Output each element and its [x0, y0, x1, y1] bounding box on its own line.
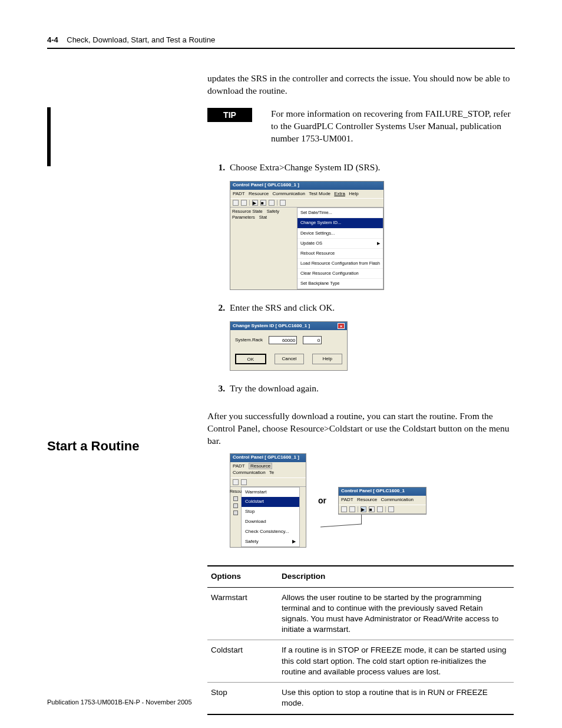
download-icon[interactable] — [233, 510, 238, 515]
publication-footer: Publication 1753-UM001B-EN-P - November … — [47, 699, 192, 706]
stop-icon[interactable]: ■ — [369, 506, 375, 512]
toolbar-icon[interactable] — [280, 200, 286, 206]
step-1-text: Choose Extra>Change System ID (SRS). — [230, 162, 380, 174]
menu-device-settings[interactable]: Device Settings... — [297, 229, 383, 239]
menu-coldstart[interactable]: Coldstart — [242, 497, 299, 507]
menu-resource[interactable]: Resource — [357, 497, 377, 502]
toolbar-icon[interactable] — [388, 506, 394, 512]
menu-help[interactable]: Help — [349, 191, 358, 196]
coldstart-button[interactable]: ▶ — [361, 506, 366, 512]
menu-communication[interactable]: Communication — [272, 191, 305, 196]
menu-reboot-resource[interactable]: Reboot Resource — [297, 249, 383, 259]
stop-icon[interactable]: ■ — [260, 200, 266, 206]
desc-coldstart: If a routine is in STOP or FREEZE mode, … — [278, 640, 514, 683]
screenshot-toolbar-coldstart: Control Panel [ GPLC1600_1 PADT Resource… — [338, 487, 427, 515]
play-icon[interactable] — [233, 496, 238, 501]
separator-icon — [358, 506, 358, 512]
tip-label: TIP — [207, 108, 252, 122]
menu-warmstart[interactable]: Warmstart — [242, 487, 299, 498]
menu-download[interactable]: Download — [242, 517, 299, 527]
toolbar-icon[interactable] — [269, 200, 275, 206]
tab-stat[interactable]: Stat — [259, 215, 267, 220]
chapter-title: Check, Download, Start, and Test a Routi… — [67, 35, 215, 44]
table-row: Coldstart If a routine is in STOP or FRE… — [207, 640, 514, 683]
menu-update-os[interactable]: Update OS▶ — [297, 239, 383, 249]
step-1: 1. Choose Extra>Change System ID (SRS). — [207, 162, 514, 174]
submenu-arrow-icon: ▶ — [292, 539, 296, 545]
toolbar-icon[interactable] — [377, 506, 383, 512]
change-bar — [47, 107, 51, 166]
titlebar: Change System ID [ GPLC1600_1 ] × — [230, 322, 347, 330]
help-button[interactable]: Help — [312, 354, 342, 364]
separator-icon — [277, 200, 277, 206]
step-3-number: 3. — [207, 383, 225, 395]
or-label: or — [318, 496, 326, 505]
table-row: Stop Use this option to stop a routine t… — [207, 683, 514, 714]
toolbar — [230, 477, 306, 487]
options-table: Options Description Warmstart Allows the… — [207, 565, 514, 714]
page-number: 4-4 — [47, 35, 58, 44]
menu-set-date-time[interactable]: Set Date/Time... — [297, 208, 383, 218]
running-header: 4-4 Check, Download, Start, and Test a R… — [47, 35, 515, 49]
toolbar-icon[interactable] — [241, 479, 247, 485]
desc-warmstart: Allows the user routine to be started by… — [278, 587, 514, 640]
stop-icon[interactable] — [233, 503, 238, 508]
separator-icon — [249, 200, 250, 206]
menu-padt[interactable]: PADT — [341, 497, 353, 502]
extra-dropdown: Set Date/Time... Change System ID... Dev… — [297, 207, 384, 289]
cancel-button[interactable]: Cancel — [275, 354, 305, 364]
menu-padt[interactable]: PADT — [233, 463, 245, 469]
tip-text: For more information on recovering from … — [271, 108, 514, 145]
left-label: Resou — [230, 489, 242, 494]
step-3: 3. Try the download again. — [207, 383, 514, 395]
section-heading: Start a Routine — [47, 440, 139, 453]
tip-block: TIP For more information on recovering f… — [207, 108, 514, 145]
opt-stop: Stop — [207, 683, 278, 714]
play-icon[interactable]: ▶ — [252, 200, 258, 206]
screenshot-change-system-id-dialog: Change System ID [ GPLC1600_1 ] × System… — [230, 321, 348, 371]
menu-resource[interactable]: Resource — [249, 463, 272, 469]
toolbar-icon[interactable] — [233, 479, 239, 485]
close-icon[interactable]: × — [338, 323, 345, 329]
menu-safety[interactable]: Safety▶ — [242, 537, 299, 547]
titlebar-text: Change System ID [ GPLC1600_1 ] — [233, 323, 310, 330]
ok-button[interactable]: OK — [235, 354, 266, 364]
step-2: 2. Enter the SRS and click OK. — [207, 302, 514, 314]
menu-communication[interactable]: Communication — [381, 497, 414, 502]
toolbar-icon[interactable] — [241, 200, 247, 206]
menu-set-backplane-type[interactable]: Set Backplane Type — [297, 279, 383, 289]
menu-change-system-id[interactable]: Change System ID... — [297, 218, 383, 228]
step-1-number: 1. — [207, 162, 225, 174]
titlebar: Control Panel [ GPLC1600_1 ] — [230, 182, 384, 190]
menu-test-mode[interactable]: Te — [269, 470, 274, 475]
tab-resource-state[interactable]: Resource State — [232, 209, 263, 214]
step-2-text: Enter the SRS and click OK. — [230, 302, 335, 314]
menu-extra[interactable]: Extra — [334, 191, 345, 196]
input-srs-major[interactable]: 60000 — [269, 336, 297, 344]
toolbar: ▶ ■ — [230, 198, 384, 207]
step-2-number: 2. — [207, 302, 225, 314]
menu-check-consistency[interactable]: Check Consistency... — [242, 527, 299, 537]
menu-load-resource-config[interactable]: Load Resource Configuration from Flash — [297, 259, 383, 269]
menu-test-mode[interactable]: Test Mode — [309, 191, 330, 196]
menu-padt[interactable]: PADT — [233, 191, 245, 196]
menu-resource[interactable]: Resource — [249, 191, 269, 196]
screenshot-control-panel-extra-menu: Control Panel [ GPLC1600_1 ] PADT Resour… — [230, 181, 384, 291]
menu-clear-resource-config[interactable]: Clear Resource Configuration — [297, 269, 383, 279]
input-srs-minor[interactable]: 0 — [303, 336, 322, 344]
toolbar-icon[interactable] — [341, 506, 347, 512]
menubar: PADT Resource Communication — [339, 496, 426, 505]
tabs: Resource State Safety Parameters Stat — [230, 207, 297, 289]
menu-communication[interactable]: Communication — [233, 470, 266, 475]
opt-coldstart: Coldstart — [207, 640, 278, 683]
titlebar: Control Panel [ GPLC1600_1 — [339, 487, 426, 496]
menubar: PADT Resource Communication Test Mode Ex… — [230, 190, 384, 199]
section-paragraph: After you successfully download a routin… — [207, 410, 514, 447]
submenu-arrow-icon: ▶ — [377, 241, 380, 246]
menu-stop[interactable]: Stop — [242, 507, 299, 517]
resource-dropdown: Warmstart Coldstart Stop Download Check … — [241, 487, 300, 548]
label-system-rack: System.Rack — [235, 337, 263, 344]
toolbar-icon[interactable] — [233, 200, 239, 206]
step-3-text: Try the download again. — [230, 383, 319, 395]
toolbar-icon[interactable] — [349, 506, 355, 512]
